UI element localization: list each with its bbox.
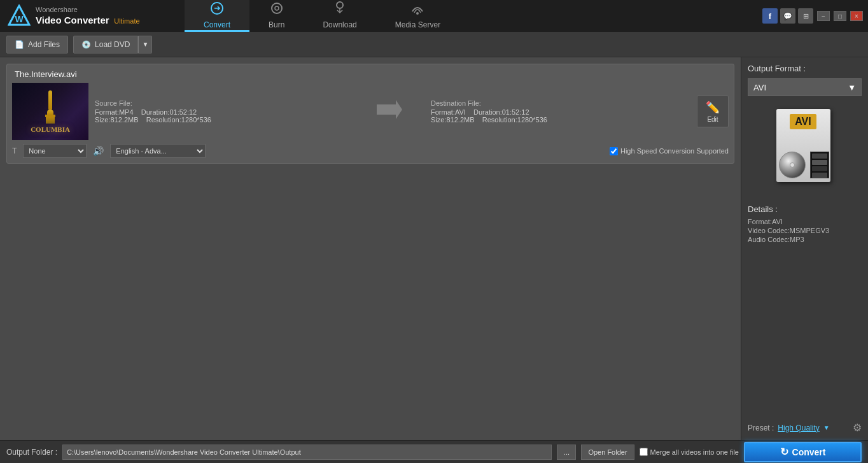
toolbar: 📄 Add Files 💿 Load DVD ▼ <box>0 32 868 57</box>
app-logo: W Wondershare Video Converter Ultimate <box>0 4 185 27</box>
file-item-body: COLUMBIA Source File: Format:MP4 <box>12 83 729 140</box>
convert-btn-icon: ↻ <box>780 446 788 458</box>
facebook-icon[interactable]: f <box>762 8 778 24</box>
convert-button[interactable]: ↻ Convert <box>744 442 862 462</box>
detail-format: Format:AVI <box>748 218 862 225</box>
subtitle-select[interactable]: None <box>23 144 87 158</box>
source-info: Source File: Format:MP4 Duration:01:52:1… <box>95 99 348 124</box>
avi-badge: AVI <box>790 114 816 129</box>
film-strip <box>810 152 829 178</box>
tab-media-server-label: Media Server <box>395 20 440 29</box>
add-files-label: Add Files <box>28 40 60 49</box>
thumbnail-content: COLUMBIA <box>12 83 88 140</box>
browse-button[interactable]: ... <box>557 445 576 460</box>
title-bar-controls: f 💬 ⊞ − □ × <box>762 8 868 24</box>
details-label: Details : <box>748 204 862 214</box>
avi-paper: AVI <box>776 109 830 182</box>
svg-point-6 <box>416 12 419 15</box>
app-title: Wondershare Video Converter Ultimate <box>36 6 140 25</box>
app-name-line1: Wondershare <box>36 6 140 14</box>
convert-btn-label: Convert <box>792 447 826 457</box>
bottom-bar: Output Folder : ... Open Folder Merge al… <box>0 440 868 463</box>
source-format: Format:MP4 Duration:01:52:12 <box>95 108 348 116</box>
download-tab-icon <box>333 1 347 18</box>
disc-icon <box>779 152 806 178</box>
file-item-filename: The.Interview.avi <box>12 69 729 79</box>
format-selector[interactable]: AVI ▼ <box>748 78 862 96</box>
tab-burn-label: Burn <box>269 20 284 29</box>
dest-size: Size:812.2MB Resolution:1280*536 <box>431 116 684 124</box>
preset-section: Preset : High Quality ▼ ⚙ <box>748 415 862 434</box>
main-area: The.Interview.avi <box>0 57 868 440</box>
format-value: AVI <box>753 83 766 92</box>
chat-icon[interactable]: 💬 <box>780 8 795 24</box>
app-name-line2: Video Converter <box>36 15 109 25</box>
media-server-tab-icon <box>410 1 424 18</box>
add-files-icon: 📄 <box>15 40 24 49</box>
restore-button[interactable]: □ <box>834 11 846 21</box>
preset-label: Preset : <box>748 424 774 432</box>
load-dvd-button[interactable]: 💿 Load DVD <box>73 36 138 53</box>
dest-format: Format:AVI Duration:01:52:12 <box>431 108 684 116</box>
edit-icon: ✏️ <box>706 101 720 115</box>
svg-text:W: W <box>15 14 24 24</box>
high-speed-checkbox[interactable] <box>610 147 618 155</box>
tab-convert-label: Convert <box>204 20 230 29</box>
output-path-input[interactable] <box>62 445 552 460</box>
tab-convert[interactable]: Convert <box>185 0 249 32</box>
svg-point-3 <box>272 3 282 13</box>
edit-button[interactable]: ✏️ Edit <box>697 96 729 127</box>
right-panel: Output Format : AVI ▼ AVI <box>741 57 868 440</box>
social-icons: f 💬 ⊞ <box>762 8 813 24</box>
detail-audio-codec: Audio Codec:MP3 <box>748 236 862 243</box>
high-speed-label: High Speed Conversion Supported <box>610 147 729 155</box>
audio-select[interactable]: English - Adva... <box>110 144 206 158</box>
destination-info: Destination File: Format:AVI Duration:01… <box>431 99 684 124</box>
svg-marker-7 <box>377 100 402 119</box>
merge-checkbox-label: Merge all videos into one file <box>640 448 739 456</box>
output-format-label: Output Format : <box>748 64 862 73</box>
file-item: The.Interview.avi <box>6 64 734 164</box>
source-size: Size:812.2MB Resolution:1280*536 <box>95 116 348 124</box>
settings-icon[interactable]: ⚙ <box>853 422 862 434</box>
avi-icon-container: AVI <box>773 109 837 192</box>
load-dvd-label: Load DVD <box>95 40 130 49</box>
file-thumbnail: COLUMBIA <box>12 83 88 140</box>
edit-label: Edit <box>707 116 718 123</box>
tab-download-label: Download <box>323 20 356 29</box>
dest-file-label: Destination File: <box>431 99 684 107</box>
app-logo-icon: W <box>8 4 31 27</box>
audio-icon: 🔊 <box>93 146 104 156</box>
file-item-footer: T None 🔊 English - Adva... High Speed Co… <box>12 144 729 158</box>
open-folder-button[interactable]: Open Folder <box>581 445 634 460</box>
thumbnail-title-text: COLUMBIA <box>31 126 70 133</box>
load-dvd-icon: 💿 <box>81 40 91 49</box>
tab-burn[interactable]: Burn <box>249 0 304 32</box>
svg-point-4 <box>275 6 279 10</box>
svg-point-5 <box>337 2 343 8</box>
subtitle-icon: T <box>12 146 17 155</box>
details-section: Details : Format:AVI Video Codec:MSMPEGV… <box>748 204 862 245</box>
nav-tabs: Convert Burn Download <box>185 0 762 32</box>
preset-value[interactable]: High Quality <box>778 424 819 432</box>
detail-video-codec: Video Codec:MSMPEGV3 <box>748 227 862 234</box>
minimize-button[interactable]: − <box>817 11 830 21</box>
preset-dropdown-icon: ▼ <box>823 424 830 431</box>
share-icon[interactable]: ⊞ <box>798 8 813 24</box>
close-button[interactable]: × <box>850 11 863 21</box>
load-dvd-dropdown[interactable]: ▼ <box>138 36 152 53</box>
title-bar: W Wondershare Video Converter Ultimate C… <box>0 0 868 32</box>
tab-download[interactable]: Download <box>304 0 375 32</box>
avi-preview: AVI <box>748 103 862 198</box>
add-files-button[interactable]: 📄 Add Files <box>6 36 68 53</box>
output-folder-label: Output Folder : <box>6 448 57 457</box>
tab-media-server[interactable]: Media Server <box>376 0 459 32</box>
merge-checkbox[interactable] <box>640 448 648 456</box>
convert-arrow-icon <box>361 97 418 127</box>
file-info-row: Source File: Format:MP4 Duration:01:52:1… <box>95 96 729 127</box>
convert-tab-icon <box>210 1 224 18</box>
file-list-area: The.Interview.avi <box>0 57 741 440</box>
source-file-label: Source File: <box>95 99 348 107</box>
file-info: Source File: Format:MP4 Duration:01:52:1… <box>95 96 729 127</box>
app-edition: Ultimate <box>114 17 139 25</box>
